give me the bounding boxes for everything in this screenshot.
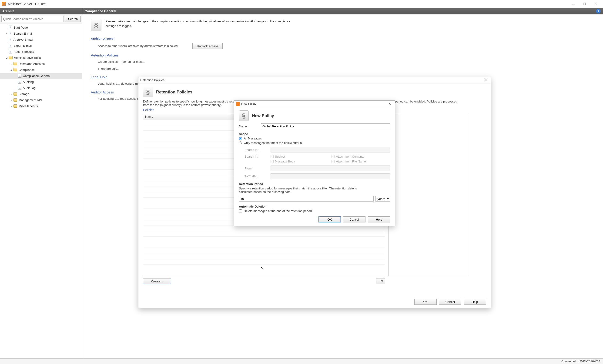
policy-details-panel <box>388 114 467 276</box>
period-header: Retention Period <box>239 182 390 186</box>
to-input <box>271 173 390 179</box>
folder-icon <box>13 68 17 71</box>
column-name: Name <box>145 115 153 118</box>
nav-search-email[interactable]: ▸Search E-mail <box>0 31 82 36</box>
new-policy-ok-button[interactable]: OK <box>318 216 341 222</box>
nav-users-archives[interactable]: ▸Users and Archives <box>0 61 82 67</box>
new-policy-dialog: New Policy ✕ § New Policy Name: Scope Al… <box>234 100 395 226</box>
section-retention-title: Retention Policies <box>91 53 595 58</box>
app-icon <box>236 102 240 106</box>
export-icon <box>9 44 12 47</box>
scope-header: Scope <box>239 132 390 136</box>
search-in-label: Search in: <box>244 155 268 158</box>
to-label: To/Cc/Bcc: <box>244 175 268 178</box>
folder-icon <box>13 92 17 96</box>
unblock-access-button[interactable]: Unblock Access <box>192 43 223 49</box>
nav-management-api[interactable]: ▸Management API <box>0 97 82 103</box>
nav-compliance[interactable]: ◢Compliance <box>0 67 82 73</box>
auto-deletion-header: Automatic Deletion <box>239 205 390 208</box>
search-icon <box>9 32 12 35</box>
auto-delete-label: Delete messages at the end of the retent… <box>244 209 313 213</box>
quick-search-input[interactable] <box>1 16 64 22</box>
chk-attachment-contents <box>332 155 335 158</box>
nav-audit-log[interactable]: Audit Log <box>0 85 82 91</box>
folder-icon <box>13 98 17 102</box>
nav-admin-tools[interactable]: ◢Administrative Tools <box>0 55 82 61</box>
retention-dialog-title: Retention Policies <box>140 78 164 82</box>
sidebar-header: Archive <box>0 8 82 14</box>
window-minimize-button[interactable]: — <box>568 0 579 8</box>
folder-icon <box>9 56 12 59</box>
retention-text: Create policies … period for mes… <box>98 59 272 64</box>
folder-icon <box>13 104 17 108</box>
nav-tree: Start Page ▸Search E-mail Archive E-mail… <box>0 23 82 358</box>
new-policy-title: New Policy <box>241 102 256 106</box>
app-icon <box>2 2 6 6</box>
search-for-input <box>271 147 390 153</box>
sidebar: Archive Search Start Page ▸Search E-mail… <box>0 8 82 358</box>
policy-settings-button[interactable]: ⚙ <box>376 278 385 284</box>
scope-all-radio[interactable] <box>239 137 242 140</box>
status-bar: Connected to WIN-2016-X64 <box>0 358 603 364</box>
search-for-label: Search for: <box>244 148 268 152</box>
nav-archive-email[interactable]: Archive E-mail <box>0 36 82 43</box>
section-icon: § <box>91 19 101 31</box>
section-icon: § <box>239 110 249 121</box>
retention-dialog-close-button[interactable]: ✕ <box>482 78 489 83</box>
new-policy-close-button[interactable]: ✕ <box>386 101 393 106</box>
content-header: Compliance General ? <box>82 8 603 14</box>
retention-cancel-button[interactable]: Cancel <box>439 299 461 305</box>
retention-help-button[interactable]: Help <box>464 299 486 305</box>
intro-text: Please make sure that changes to the com… <box>106 19 296 28</box>
policy-name-input[interactable] <box>261 123 390 129</box>
page-icon <box>9 26 12 29</box>
retention-dialog-header: Retention Policies <box>156 90 192 95</box>
page-icon <box>18 80 21 84</box>
help-icon[interactable]: ? <box>596 9 601 13</box>
period-desc: Specify a retention period for messages … <box>239 187 369 194</box>
retention-count: There are cur… <box>98 66 272 71</box>
status-text: Connected to WIN-2016-X64 <box>561 360 600 363</box>
period-unit-select[interactable]: years <box>375 196 390 201</box>
nav-recent-results[interactable]: Recent Results <box>0 49 82 55</box>
page-icon <box>18 74 21 78</box>
window-close-button[interactable]: ✕ <box>590 0 601 8</box>
nav-export-email[interactable]: Export E-mail <box>0 43 82 49</box>
chk-message-body <box>271 160 274 163</box>
window-title: MailStore Server - UX Test <box>8 2 568 6</box>
section-icon: § <box>143 87 153 97</box>
period-value-input[interactable] <box>239 196 374 201</box>
page-icon <box>18 86 21 90</box>
chk-attachment-filename <box>332 160 335 163</box>
results-icon <box>9 50 12 54</box>
chk-subject <box>271 155 274 158</box>
scope-criteria-label: Only messages that meet the below criter… <box>244 141 302 144</box>
archive-access-text: Access to other users' archives by admin… <box>98 44 178 48</box>
quick-search-button[interactable]: Search <box>65 16 81 22</box>
folder-icon <box>13 62 17 65</box>
new-policy-header: New Policy <box>252 113 274 118</box>
new-policy-help-button[interactable]: Help <box>368 216 390 222</box>
retention-ok-button[interactable]: OK <box>414 299 437 305</box>
archive-icon <box>9 38 12 41</box>
nav-miscellaneous[interactable]: ▸Miscellaneous <box>0 103 82 109</box>
scope-all-label: All Messages <box>244 137 262 140</box>
create-policy-button[interactable]: Create... <box>143 278 171 284</box>
window-titlebar: MailStore Server - UX Test — ☐ ✕ <box>0 0 603 8</box>
window-maximize-button[interactable]: ☐ <box>579 0 590 8</box>
from-input <box>271 165 390 171</box>
section-archive-access-title: Archive Access <box>91 37 595 41</box>
nav-start-page[interactable]: Start Page <box>0 24 82 31</box>
nav-storage[interactable]: ▸Storage <box>0 91 82 97</box>
new-policy-cancel-button[interactable]: Cancel <box>343 216 365 222</box>
from-label: From: <box>244 167 268 170</box>
auto-delete-checkbox[interactable] <box>239 210 242 212</box>
nav-compliance-general[interactable]: Compliance General <box>0 73 82 79</box>
content-title: Compliance General <box>85 9 116 13</box>
name-label: Name: <box>239 125 258 128</box>
scope-criteria-radio[interactable] <box>239 141 242 144</box>
nav-auditing[interactable]: Auditing <box>0 79 82 85</box>
